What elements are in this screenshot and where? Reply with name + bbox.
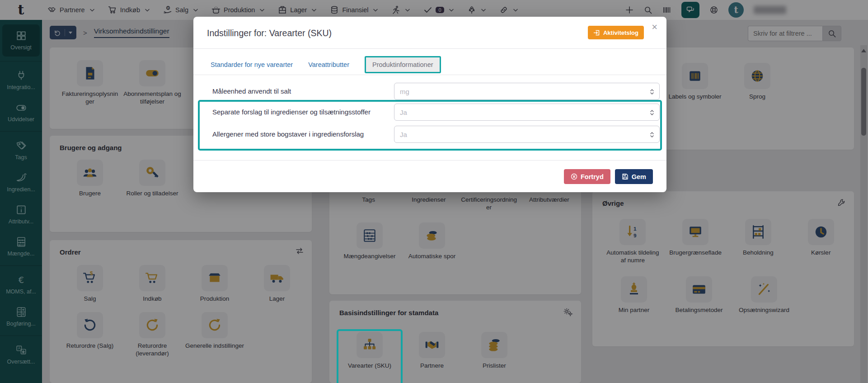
activity-log-icon xyxy=(593,29,600,36)
select-arrows-icon xyxy=(650,89,654,95)
allergens-uppercase-select[interactable]: Ja xyxy=(394,126,660,143)
field-label-measure-unit: Måleenhed anvendt til salt xyxy=(212,83,393,100)
tab-vareattributter[interactable]: Vareattributter xyxy=(308,61,349,68)
tab-produktinformationer[interactable]: Produktinformationer xyxy=(365,56,441,73)
modal-footer: Fortryd Gem xyxy=(564,169,653,184)
measure-unit-select[interactable]: mg xyxy=(394,83,660,100)
modal-title: Indstillinger for: Varearter (SKU) xyxy=(207,28,332,38)
separate-suggestions-select[interactable]: Ja xyxy=(394,104,660,121)
save-button[interactable]: Gem xyxy=(615,169,653,184)
cancel-button[interactable]: Fortryd xyxy=(564,169,610,184)
close-icon[interactable]: × xyxy=(652,22,657,32)
field-label-separate-suggestions: Separate forslag til ingredienser og til… xyxy=(212,104,393,121)
circle-x-icon xyxy=(571,173,577,180)
select-arrows-icon xyxy=(650,132,654,138)
modal-tabs: Standarder for nye varearterVareattribut… xyxy=(211,55,441,75)
field-label-allergens-uppercase: Allergener med store bogstaver i ingredi… xyxy=(212,126,393,143)
activity-log-button[interactable]: Aktivitetslog xyxy=(588,26,644,39)
settings-modal: Indstillinger for: Varearter (SKU) Aktiv… xyxy=(193,17,666,192)
select-arrows-icon xyxy=(650,109,654,116)
tab-standarder-for-nye-varearter[interactable]: Standarder for nye varearter xyxy=(211,61,293,68)
save-icon xyxy=(622,173,629,180)
